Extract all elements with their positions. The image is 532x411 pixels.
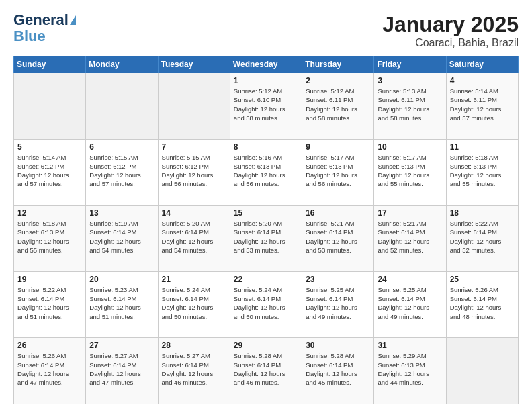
day-info: Sunrise: 5:17 AMSunset: 6:13 PMDaylight:…	[378, 153, 443, 189]
logo-text-general: General	[13, 12, 69, 28]
day-info: Sunrise: 5:15 AMSunset: 6:12 PMDaylight:…	[89, 153, 154, 189]
table-row: 28Sunrise: 5:27 AMSunset: 6:14 PMDayligh…	[158, 338, 230, 404]
day-info: Sunrise: 5:25 AMSunset: 6:14 PMDaylight:…	[306, 285, 371, 321]
day-number: 4	[450, 76, 515, 85]
table-row	[158, 73, 230, 140]
day-info: Sunrise: 5:23 AMSunset: 6:14 PMDaylight:…	[89, 285, 154, 321]
day-number: 6	[89, 142, 154, 152]
week-row-1: 5Sunrise: 5:14 AMSunset: 6:12 PMDaylight…	[14, 139, 519, 205]
week-row-3: 19Sunrise: 5:22 AMSunset: 6:14 PMDayligh…	[14, 271, 519, 338]
table-row	[86, 73, 158, 140]
day-info: Sunrise: 5:26 AMSunset: 6:14 PMDaylight:…	[17, 351, 83, 387]
week-row-0: 1Sunrise: 5:12 AMSunset: 6:10 PMDaylight…	[14, 73, 519, 140]
day-info: Sunrise: 5:29 AMSunset: 6:13 PMDaylight:…	[378, 351, 443, 387]
day-info: Sunrise: 5:12 AMSunset: 6:10 PMDaylight:…	[234, 87, 299, 122]
day-info: Sunrise: 5:24 AMSunset: 6:14 PMDaylight:…	[162, 285, 227, 321]
table-row: 27Sunrise: 5:27 AMSunset: 6:14 PMDayligh…	[86, 338, 158, 404]
table-row: 15Sunrise: 5:20 AMSunset: 6:14 PMDayligh…	[230, 205, 302, 272]
day-number: 28	[162, 340, 227, 350]
table-row: 29Sunrise: 5:28 AMSunset: 6:14 PMDayligh…	[230, 338, 302, 404]
day-info: Sunrise: 5:18 AMSunset: 6:13 PMDaylight:…	[17, 219, 83, 255]
table-row: 23Sunrise: 5:25 AMSunset: 6:14 PMDayligh…	[302, 271, 374, 338]
table-row: 26Sunrise: 5:26 AMSunset: 6:14 PMDayligh…	[14, 338, 86, 404]
day-info: Sunrise: 5:24 AMSunset: 6:14 PMDaylight:…	[234, 285, 299, 321]
day-number: 20	[89, 275, 154, 284]
day-number: 18	[450, 208, 515, 218]
header-friday: Friday	[374, 56, 446, 73]
day-info: Sunrise: 5:15 AMSunset: 6:12 PMDaylight:…	[162, 153, 227, 189]
day-info: Sunrise: 5:26 AMSunset: 6:14 PMDaylight:…	[450, 285, 515, 321]
table-row: 24Sunrise: 5:25 AMSunset: 6:14 PMDayligh…	[374, 271, 446, 338]
day-number: 8	[234, 142, 299, 152]
header-monday: Monday	[86, 56, 158, 73]
day-info: Sunrise: 5:14 AMSunset: 6:12 PMDaylight:…	[17, 153, 83, 189]
table-row: 30Sunrise: 5:28 AMSunset: 6:14 PMDayligh…	[302, 338, 374, 404]
day-number: 19	[17, 275, 83, 284]
day-info: Sunrise: 5:22 AMSunset: 6:14 PMDaylight:…	[450, 219, 515, 255]
table-row: 7Sunrise: 5:15 AMSunset: 6:12 PMDaylight…	[158, 139, 230, 205]
day-number: 3	[378, 76, 443, 85]
header-wednesday: Wednesday	[230, 56, 302, 73]
day-number: 1	[234, 76, 299, 85]
day-number: 27	[89, 340, 154, 350]
day-number: 7	[162, 142, 227, 152]
day-info: Sunrise: 5:19 AMSunset: 6:14 PMDaylight:…	[89, 219, 154, 255]
table-row: 17Sunrise: 5:21 AMSunset: 6:14 PMDayligh…	[374, 205, 446, 272]
calendar-header-row: Sunday Monday Tuesday Wednesday Thursday…	[14, 56, 519, 73]
table-row: 1Sunrise: 5:12 AMSunset: 6:10 PMDaylight…	[230, 73, 302, 140]
table-row: 3Sunrise: 5:13 AMSunset: 6:11 PMDaylight…	[374, 73, 446, 140]
week-row-4: 26Sunrise: 5:26 AMSunset: 6:14 PMDayligh…	[14, 338, 519, 404]
table-row: 12Sunrise: 5:18 AMSunset: 6:13 PMDayligh…	[14, 205, 86, 272]
day-number: 29	[234, 340, 299, 350]
day-number: 11	[450, 142, 515, 152]
table-row: 11Sunrise: 5:18 AMSunset: 6:13 PMDayligh…	[446, 139, 518, 205]
table-row: 8Sunrise: 5:16 AMSunset: 6:13 PMDaylight…	[230, 139, 302, 205]
logo-triangle-icon	[70, 15, 76, 25]
day-number: 22	[234, 275, 299, 284]
day-info: Sunrise: 5:21 AMSunset: 6:14 PMDaylight:…	[378, 219, 443, 255]
day-number: 30	[306, 340, 371, 350]
day-number: 21	[162, 275, 227, 284]
day-number: 2	[306, 76, 371, 85]
day-number: 10	[378, 142, 443, 152]
day-info: Sunrise: 5:22 AMSunset: 6:14 PMDaylight:…	[17, 285, 83, 321]
day-number: 12	[17, 208, 83, 218]
header: General Blue January 2025 Coaraci, Bahia…	[13, 12, 519, 49]
table-row: 18Sunrise: 5:22 AMSunset: 6:14 PMDayligh…	[446, 205, 518, 272]
day-info: Sunrise: 5:20 AMSunset: 6:14 PMDaylight:…	[162, 219, 227, 255]
table-row: 4Sunrise: 5:14 AMSunset: 6:11 PMDaylight…	[446, 73, 518, 140]
calendar-title: January 2025	[382, 12, 519, 37]
table-row: 22Sunrise: 5:24 AMSunset: 6:14 PMDayligh…	[230, 271, 302, 338]
day-info: Sunrise: 5:28 AMSunset: 6:14 PMDaylight:…	[306, 351, 371, 387]
day-number: 26	[17, 340, 83, 350]
table-row: 21Sunrise: 5:24 AMSunset: 6:14 PMDayligh…	[158, 271, 230, 338]
day-number: 24	[378, 275, 443, 284]
day-info: Sunrise: 5:13 AMSunset: 6:11 PMDaylight:…	[378, 87, 443, 122]
day-info: Sunrise: 5:20 AMSunset: 6:14 PMDaylight:…	[234, 219, 299, 255]
table-row	[14, 73, 86, 140]
day-number: 25	[450, 275, 515, 284]
calendar-subtitle: Coaraci, Bahia, Brazil	[382, 37, 519, 49]
day-info: Sunrise: 5:12 AMSunset: 6:11 PMDaylight:…	[306, 87, 371, 122]
header-thursday: Thursday	[302, 56, 374, 73]
table-row: 2Sunrise: 5:12 AMSunset: 6:11 PMDaylight…	[302, 73, 374, 140]
table-row: 16Sunrise: 5:21 AMSunset: 6:14 PMDayligh…	[302, 205, 374, 272]
table-row: 19Sunrise: 5:22 AMSunset: 6:14 PMDayligh…	[14, 271, 86, 338]
day-info: Sunrise: 5:17 AMSunset: 6:13 PMDaylight:…	[306, 153, 371, 189]
day-info: Sunrise: 5:27 AMSunset: 6:14 PMDaylight:…	[89, 351, 154, 387]
table-row: 6Sunrise: 5:15 AMSunset: 6:12 PMDaylight…	[86, 139, 158, 205]
day-info: Sunrise: 5:27 AMSunset: 6:14 PMDaylight:…	[162, 351, 227, 387]
day-number: 16	[306, 208, 371, 218]
title-block: January 2025 Coaraci, Bahia, Brazil	[382, 12, 519, 49]
header-saturday: Saturday	[446, 56, 518, 73]
day-number: 17	[378, 208, 443, 218]
table-row: 31Sunrise: 5:29 AMSunset: 6:13 PMDayligh…	[374, 338, 446, 404]
table-row: 14Sunrise: 5:20 AMSunset: 6:14 PMDayligh…	[158, 205, 230, 272]
table-row: 10Sunrise: 5:17 AMSunset: 6:13 PMDayligh…	[374, 139, 446, 205]
day-info: Sunrise: 5:28 AMSunset: 6:14 PMDaylight:…	[234, 351, 299, 387]
header-tuesday: Tuesday	[158, 56, 230, 73]
calendar-table: Sunday Monday Tuesday Wednesday Thursday…	[13, 56, 519, 404]
table-row: 5Sunrise: 5:14 AMSunset: 6:12 PMDaylight…	[14, 139, 86, 205]
day-number: 5	[17, 142, 83, 152]
table-row: 20Sunrise: 5:23 AMSunset: 6:14 PMDayligh…	[86, 271, 158, 338]
